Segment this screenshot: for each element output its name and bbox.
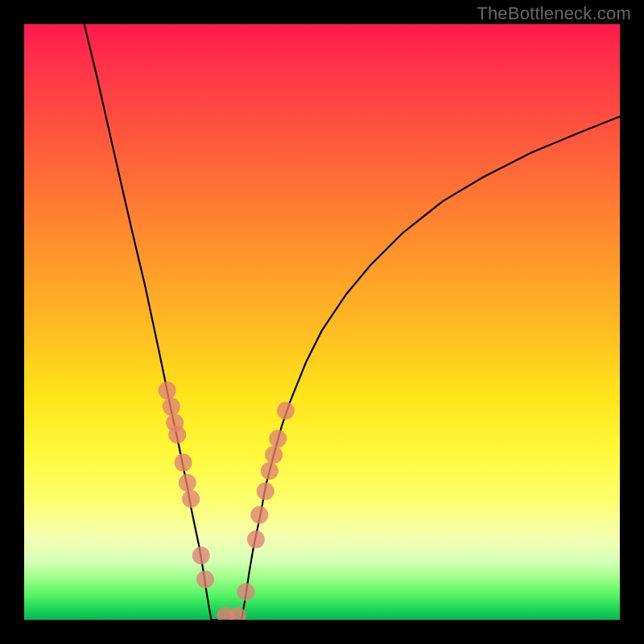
curve-left: [85, 24, 212, 620]
watermark-text: TheBottleneck.com: [477, 3, 631, 24]
chart-frame: [24, 24, 620, 620]
curve-right: [242, 117, 620, 620]
marker-dot: [163, 398, 180, 415]
marker-dot: [250, 506, 268, 524]
marker-dot: [192, 547, 210, 564]
marker-dot: [159, 382, 176, 399]
marker-dot: [257, 482, 275, 500]
marker-dot: [265, 446, 283, 464]
marker-group: [159, 382, 295, 620]
chart-svg: [24, 24, 620, 620]
marker-dot: [261, 462, 279, 480]
marker-dot: [196, 571, 214, 588]
marker-dot: [175, 454, 192, 472]
marker-dot: [179, 474, 196, 492]
marker-dot: [277, 402, 295, 419]
marker-dot: [237, 583, 254, 601]
marker-dot: [168, 426, 186, 444]
marker-dot: [247, 530, 265, 548]
marker-dot: [182, 490, 200, 508]
marker-dot: [269, 430, 287, 448]
